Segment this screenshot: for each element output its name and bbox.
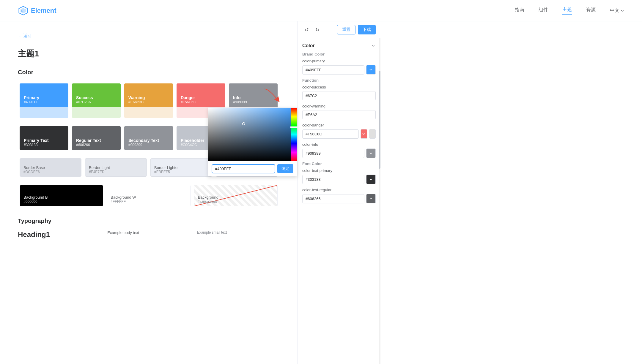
nav-lang[interactable]: 中文 xyxy=(610,7,624,14)
color-warning-field-label: color-warning xyxy=(302,104,376,108)
color-success-field-label: color-success xyxy=(302,85,376,89)
border-light-name: Border Light xyxy=(89,165,143,170)
color-primary-hex: #409EFF xyxy=(24,100,64,104)
panel-toolbar: ↺ ↻ 重置 下载 xyxy=(298,21,380,38)
color-warning-name: Warning xyxy=(128,95,169,100)
color-info-name: Info xyxy=(233,95,273,100)
color-danger-swatch[interactable] xyxy=(361,129,367,139)
brand-color-group-title: Brand Color xyxy=(302,52,376,56)
color-hue-bar[interactable] xyxy=(291,108,297,161)
color-warning-row xyxy=(302,110,376,119)
color-card-bg-transparent[interactable]: Background Transparent xyxy=(194,185,278,206)
color-card-warning[interactable]: Warning #E6A23C xyxy=(124,83,173,118)
color-info-row xyxy=(302,148,376,158)
undo-icon[interactable]: ↺ xyxy=(302,26,311,34)
body-example: Example body text xyxy=(107,230,190,239)
text-secondary-name: Secondary Text xyxy=(128,138,169,143)
bg-white-hex: #FFFFFF xyxy=(111,200,186,204)
color-text-regular-row xyxy=(302,194,376,203)
color-danger-row xyxy=(302,129,376,139)
text-primary-name: Primary Text xyxy=(24,138,64,143)
color-text-primary-input[interactable] xyxy=(302,175,364,184)
main-nav: 指南 组件 主题 资源 中文 xyxy=(515,7,624,15)
color-card-text-primary[interactable]: Primary Text #303133 xyxy=(20,126,68,150)
nav-components[interactable]: 组件 xyxy=(539,7,548,14)
color-info-swatch[interactable] xyxy=(366,148,376,158)
color-info-input[interactable] xyxy=(302,149,364,158)
color-info-field-label: color-info xyxy=(302,142,376,147)
color-text-regular-field-label: color-text-regular xyxy=(302,188,376,192)
logo[interactable]: E Element xyxy=(18,5,56,16)
color-info-hex: #909399 xyxy=(233,100,273,104)
color-text-regular-input[interactable] xyxy=(302,194,364,203)
func-color-group-title: Function xyxy=(302,78,376,83)
color-card-primary[interactable]: Primary #409EFF xyxy=(20,83,68,118)
main-wrapper: ← 返回 主题1 Color Primary #409EFF Success #… xyxy=(0,21,642,364)
hex-input[interactable] xyxy=(212,164,275,173)
color-text-regular-swatch[interactable] xyxy=(366,194,376,203)
heading1-label: Heading1 xyxy=(18,230,100,239)
header: E Element 指南 组件 主题 资源 中文 xyxy=(0,0,642,21)
panel-color-chevron[interactable] xyxy=(371,43,376,48)
redo-icon[interactable]: ↻ xyxy=(313,26,321,34)
color-gradient[interactable] xyxy=(208,108,297,161)
color-primary-swatch[interactable] xyxy=(366,65,376,75)
font-color-group-title: Font Color xyxy=(302,162,376,166)
color-card-success[interactable]: Success #67C23A xyxy=(72,83,121,118)
border-lighter-name: Border Lighter xyxy=(154,165,208,170)
color-card-bg-white[interactable]: Background W #FFFFFF xyxy=(107,185,190,206)
color-text-primary-field-label: color-text-primary xyxy=(302,168,376,173)
color-primary-name: Primary xyxy=(24,95,64,100)
text-primary-hex: #303133 xyxy=(24,143,64,147)
panel-scrollbar-thumb[interactable] xyxy=(379,71,380,169)
bg-transparent-name: Background xyxy=(198,195,274,200)
color-success-row xyxy=(302,91,376,100)
color-text-primary-swatch[interactable] xyxy=(366,175,376,184)
back-label: 返回 xyxy=(23,33,32,39)
lang-label: 中文 xyxy=(610,7,619,14)
nav-theme[interactable]: 主题 xyxy=(562,7,572,15)
reset-button[interactable]: 重置 xyxy=(337,25,355,34)
logo-icon: E xyxy=(18,5,29,16)
color-picker-bottom: 确定 xyxy=(208,161,297,176)
color-warning-input[interactable] xyxy=(302,110,376,119)
hue-cursor xyxy=(290,126,298,128)
color-picker-popup: 确定 xyxy=(208,107,297,176)
color-danger-field-label: color-danger xyxy=(302,123,376,127)
download-button[interactable]: 下载 xyxy=(358,25,376,34)
color-danger-swatch-2[interactable] xyxy=(369,129,376,139)
color-text-primary-row xyxy=(302,175,376,184)
svg-text:E: E xyxy=(21,9,23,12)
color-picker-canvas[interactable] xyxy=(208,108,297,161)
chevron-down-text-regular-icon xyxy=(369,197,373,200)
logo-text: Element xyxy=(31,7,56,15)
small-label: Example small text xyxy=(197,230,279,235)
color-card-border-light[interactable]: Border Light #E4E7ED xyxy=(85,158,147,177)
color-primary-input[interactable] xyxy=(302,65,364,75)
color-danger-input[interactable] xyxy=(302,129,359,139)
confirm-button[interactable]: 确定 xyxy=(277,164,293,173)
chevron-down-info-icon xyxy=(369,151,373,155)
bg-black-hex: #000000 xyxy=(23,200,99,204)
body-label: Example body text xyxy=(107,230,190,235)
text-regular-name: Regular Text xyxy=(76,138,117,143)
panel-scrollbar[interactable] xyxy=(379,38,380,364)
color-card-border-lighter[interactable]: Border Lighter #EBEEF5 xyxy=(150,158,212,177)
typography-title: Typography xyxy=(18,218,279,224)
nav-guide[interactable]: 指南 xyxy=(515,7,524,14)
color-card-text-secondary[interactable]: Secondary Text #909399 xyxy=(124,126,173,150)
color-danger-hex: #F56C6C xyxy=(181,100,221,104)
heading1-example: Heading1 xyxy=(18,230,100,239)
color-card-text-regular[interactable]: Regular Text #606266 xyxy=(72,126,121,150)
color-success-input[interactable] xyxy=(302,91,376,100)
nav-resources[interactable]: 资源 xyxy=(586,7,596,14)
color-primary-label: color-primary xyxy=(302,59,376,63)
color-card-border-base[interactable]: Border Base #DCDFE6 xyxy=(20,158,81,177)
back-arrow-icon: ← xyxy=(18,34,22,38)
small-example: Example small text xyxy=(197,230,279,239)
color-card-bg-black[interactable]: Background B #000000 xyxy=(20,185,103,206)
back-link[interactable]: ← 返回 xyxy=(18,33,279,39)
border-base-name: Border Base xyxy=(23,165,78,170)
border-lighter-hex: #EBEEF5 xyxy=(154,170,208,174)
panel-content: Color Brand Color color-primary Function… xyxy=(298,38,380,364)
